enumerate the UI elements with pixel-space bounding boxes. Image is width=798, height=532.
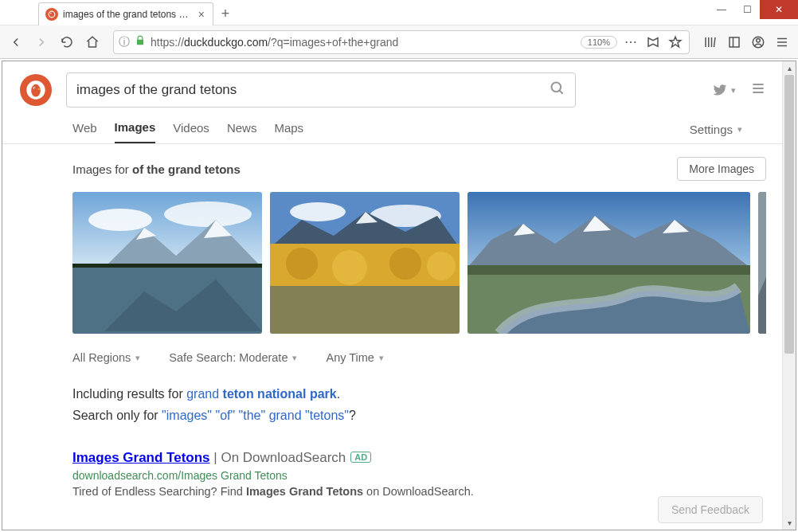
svg-rect-35 [270,286,460,334]
search-settings-button[interactable]: Settings▾ [690,123,742,136]
svg-line-13 [560,91,563,94]
search-box[interactable] [66,72,576,108]
window-titlebar: images of the grand tetons at D × + — ☐ … [0,0,798,25]
account-icon[interactable] [747,31,769,53]
tab-maps[interactable]: Maps [274,116,303,143]
svg-point-12 [552,83,561,92]
home-button[interactable] [81,31,104,53]
share-twitter-button[interactable]: ▾ [712,82,736,98]
forward-button[interactable] [30,31,53,53]
svg-point-11 [34,88,35,88]
ad-display-url[interactable]: downloadsearch.com/Images Grand Tetons [72,469,766,482]
page-content: ▾ Web Images Videos News Maps Settings▾ … [2,61,782,530]
image-thumbnail[interactable] [270,192,460,334]
tab-images[interactable]: Images [115,115,156,143]
browser-menu-icon[interactable] [771,31,793,53]
zoom-indicator[interactable]: 110% [581,36,617,49]
lock-icon [135,35,146,49]
image-thumbnail[interactable] [72,192,262,334]
browser-toolbar: ⓘ https://duckduckgo.com/?q=images+of+th… [0,25,798,59]
tab-videos[interactable]: Videos [173,116,209,143]
bookmark-star-icon[interactable] [667,31,684,53]
library-icon[interactable] [699,31,722,53]
page-actions-icon[interactable]: ⋯ [622,31,640,53]
ad-title-link[interactable]: Images Grand Tetons [72,450,210,465]
sponsored-result: Images Grand Tetons | On DownloadSearchA… [2,426,782,498]
including-results-link[interactable]: grand teton national park [186,387,337,401]
address-bar[interactable]: ⓘ https://duckduckgo.com/?q=images+of+th… [113,30,690,54]
window-controls: — ☐ ✕ [709,0,798,19]
new-tab-button[interactable]: + [213,2,237,25]
search-tabs: Web Images Videos News Maps Settings▾ [2,108,782,144]
spelling-hints: Including results for grand teton nation… [2,364,782,426]
filter-safesearch[interactable]: Safe Search: Moderate▾ [169,351,297,364]
images-module-title: Images for of the grand tetons [72,162,241,176]
image-thumbnail[interactable] [467,192,750,334]
svg-point-7 [757,38,761,42]
sidebar-icon[interactable] [723,31,745,53]
ad-badge: AD [350,452,371,463]
images-module: Images for of the grand tetons More Imag… [2,144,782,334]
search-input[interactable] [76,82,550,98]
svg-point-32 [389,248,421,280]
tab-news[interactable]: News [227,116,257,143]
search-icon[interactable] [550,80,565,100]
filter-time[interactable]: Any Time▾ [326,351,383,364]
tab-web[interactable]: Web [72,116,97,143]
svg-point-31 [332,250,367,285]
svg-point-16 [164,201,252,227]
ddg-logo[interactable] [20,74,52,106]
search-header: ▾ [2,61,782,108]
browser-tab[interactable]: images of the grand tetons at D × [38,2,213,25]
svg-rect-4 [730,37,739,47]
send-feedback-button[interactable]: Send Feedback [658,496,763,523]
minimize-button[interactable]: — [709,0,734,19]
image-thumbnail[interactable] [758,192,766,334]
more-images-button[interactable]: More Images [677,157,766,181]
scroll-down-arrow[interactable]: ▾ [783,516,796,530]
window-close-button[interactable]: ✕ [760,0,798,19]
reload-button[interactable] [56,31,78,53]
svg-point-30 [286,248,318,280]
ddg-favicon [45,8,58,21]
svg-point-2 [49,12,54,17]
close-tab-icon[interactable]: × [197,8,206,21]
tab-title: images of the grand tetons at D [63,9,192,20]
reader-mode-icon[interactable] [644,31,662,53]
svg-rect-42 [467,265,750,275]
svg-rect-23 [72,268,262,334]
maximize-button[interactable]: ☐ [734,0,760,19]
content-viewport: ▾ Web Images Videos News Maps Settings▾ … [2,61,796,530]
page-menu-button[interactable] [750,80,766,100]
url-text: https://duckduckgo.com/?q=images+of+the+… [151,36,576,49]
svg-point-15 [88,209,152,231]
site-info-icon[interactable]: ⓘ [119,35,130,49]
filter-region[interactable]: All Regions▾ [72,351,140,364]
vertical-scrollbar[interactable]: ▴ ▾ [782,61,796,530]
scroll-thumb[interactable] [784,75,794,354]
search-only-link[interactable]: "images" "of" "the" grand "tetons" [162,409,349,422]
svg-point-9 [31,84,41,97]
svg-point-25 [290,202,346,221]
scroll-up-arrow[interactable]: ▴ [783,61,796,75]
back-button[interactable] [5,31,27,53]
svg-point-33 [427,252,456,280]
svg-point-3 [50,13,52,14]
search-filters: All Regions▾ Safe Search: Moderate▾ Any … [2,334,782,364]
